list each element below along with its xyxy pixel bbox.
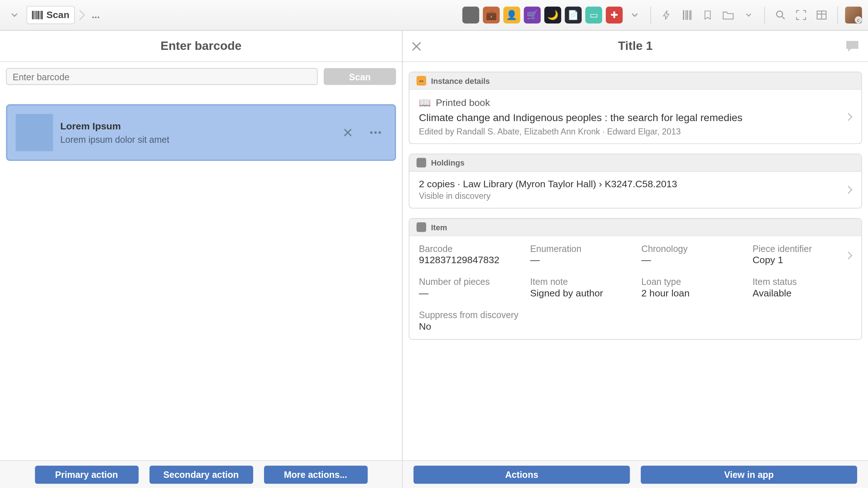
instance-card-body[interactable]: 📖 Printed book Climate change and Indige… [409, 90, 861, 143]
holdings-card-body[interactable]: 2 copies · Law Library (Myron Taylor Hal… [409, 172, 861, 208]
right-footer: Actions View in app [403, 460, 868, 488]
scanned-item-title: Lorem Ipsum [60, 121, 331, 132]
app-icon-3[interactable]: 🛒 [524, 7, 541, 23]
app-icon-5[interactable]: 📄 [565, 7, 582, 23]
breadcrumb: Scan ... [26, 6, 102, 24]
barcode-icon [32, 11, 43, 19]
svg-point-4 [379, 131, 381, 134]
user-avatar[interactable] [845, 7, 862, 23]
close-detail-icon[interactable] [411, 41, 422, 52]
layout-icon[interactable] [813, 7, 830, 23]
actions-button[interactable]: Actions [413, 466, 630, 484]
barcode-toolbar-icon[interactable] [679, 7, 696, 23]
left-pane-title: Enter barcode [161, 39, 242, 53]
left-pane: Enter barcode Scan Lorem Ipsum Lorem ips… [0, 31, 403, 488]
app-icon-0[interactable] [462, 7, 479, 23]
chevron-down-small-icon[interactable] [740, 7, 757, 23]
view-in-app-button[interactable]: View in app [641, 466, 857, 484]
item-card: Item Barcode 912837129847832 Enumeration [409, 218, 862, 340]
right-pane-title: Title 1 [618, 39, 653, 53]
scan-chip[interactable]: Scan [26, 6, 75, 24]
field-suppress: Suppress from discovery No [419, 310, 852, 332]
remove-item-icon[interactable] [338, 125, 357, 140]
item-chevron-icon [847, 251, 853, 260]
instance-header-label: Instance details [431, 76, 490, 85]
item-icon [417, 222, 426, 232]
field-number-of-pieces: Number of pieces — [419, 277, 518, 299]
holdings-sub: Visible in discovery [419, 191, 852, 201]
instance-meta: Edited by Randall S. Abate, Elizabeth An… [419, 127, 852, 136]
instance-title: Climate change and Indigenous peoples : … [419, 112, 852, 124]
chevron-down-icon[interactable] [6, 7, 23, 23]
breadcrumb-separator-icon [78, 8, 86, 22]
field-loan-type: Loan type 2 hour loan [641, 277, 740, 299]
search-icon[interactable] [772, 7, 789, 23]
holdings-line: 2 copies · Law Library (Myron Taylor Hal… [419, 179, 852, 190]
field-chronology: Chronology — [641, 243, 740, 266]
scanned-item-subtitle: Lorem ipsum dolor sit amet [60, 134, 331, 144]
book-icon: 📖 [419, 97, 431, 108]
left-pane-header: Enter barcode [0, 31, 402, 62]
comment-icon[interactable] [845, 39, 860, 53]
instance-details-card: •• Instance details 📖 Printed book Clima… [409, 72, 862, 144]
breadcrumb-ellipsis[interactable]: ... [89, 10, 102, 21]
instance-type: Printed book [436, 97, 490, 108]
field-barcode: Barcode 912837129847832 [419, 243, 518, 266]
field-item-status: Item status Available [753, 277, 852, 299]
top-toolbar: Scan ... 💼👤🛒🌙📄▭✚ [0, 0, 868, 31]
item-card-body[interactable]: Barcode 912837129847832 Enumeration — Ch… [409, 236, 861, 339]
more-actions-button[interactable]: More actions... [264, 466, 367, 484]
primary-action-button[interactable]: Primary action [35, 466, 139, 484]
app-icon-2[interactable]: 👤 [503, 7, 520, 23]
right-pane-header: Title 1 [403, 31, 868, 62]
field-piece-identifier: Piece identifier Copy 1 [753, 243, 852, 266]
svg-point-3 [374, 131, 377, 134]
bookmark-icon[interactable] [699, 7, 716, 23]
holdings-header-label: Holdings [431, 158, 465, 167]
fullscreen-icon[interactable] [793, 7, 810, 23]
item-header-label: Item [431, 223, 447, 232]
field-enumeration: Enumeration — [530, 243, 629, 266]
scan-chip-label: Scan [46, 10, 69, 21]
app-icon-6[interactable]: ▭ [585, 7, 602, 23]
secondary-action-button[interactable]: Secondary action [149, 466, 253, 484]
holdings-card: Holdings 2 copies · Law Library (Myron T… [409, 154, 862, 209]
holdings-icon [417, 158, 426, 168]
app-icon-4[interactable]: 🌙 [544, 7, 561, 23]
app-icons-row: 💼👤🛒🌙📄▭✚ [462, 7, 622, 23]
app-icons-more-icon[interactable] [626, 7, 643, 23]
lightning-icon[interactable] [658, 7, 675, 23]
app-icon-7[interactable]: ✚ [606, 7, 623, 23]
instance-chevron-icon [847, 112, 853, 121]
app-icon-1[interactable]: 💼 [483, 7, 500, 23]
item-more-icon[interactable] [365, 128, 386, 137]
holdings-chevron-icon [847, 185, 853, 195]
folder-icon[interactable] [720, 7, 737, 23]
left-footer: Primary action Secondary action More act… [0, 460, 402, 488]
right-pane: Title 1 •• Instance details 📖 Printed bo… [403, 31, 868, 488]
barcode-input[interactable] [6, 68, 318, 85]
field-item-note: Item note Signed by author [530, 277, 629, 299]
svg-point-0 [776, 11, 783, 17]
item-thumbnail [16, 114, 53, 151]
scanned-item-card[interactable]: Lorem Ipsum Lorem ipsum dolor sit amet [6, 104, 396, 161]
instance-icon: •• [417, 76, 426, 86]
svg-point-2 [370, 131, 373, 134]
scan-button[interactable]: Scan [324, 68, 396, 85]
